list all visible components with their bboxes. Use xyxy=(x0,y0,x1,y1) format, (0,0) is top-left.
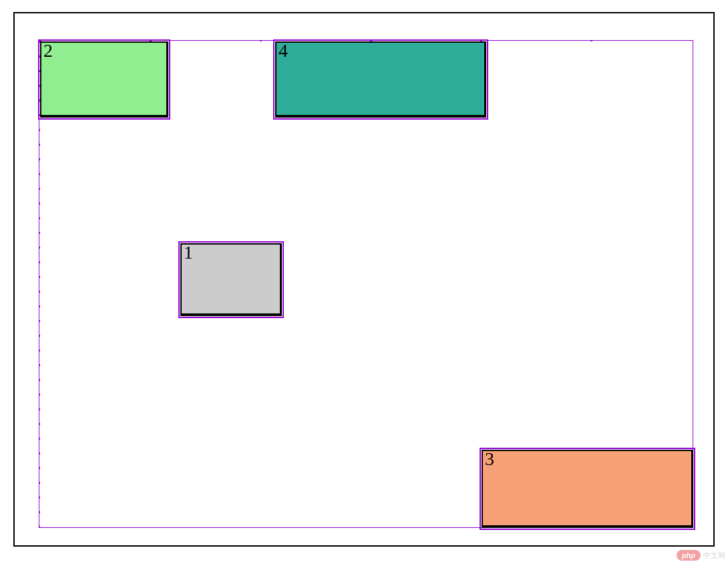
box-1: 1 xyxy=(180,243,282,316)
grid-cell-2: 2 xyxy=(38,39,170,120)
outer-frame: 2 4 1 3 xyxy=(13,12,715,547)
box-4-label: 4 xyxy=(279,40,288,61)
box-1-label: 1 xyxy=(184,242,193,263)
box-4: 4 xyxy=(275,41,486,118)
watermark-badge: php xyxy=(677,550,701,561)
watermark-text: 中文网 xyxy=(703,551,725,561)
grid-cell-1: 1 xyxy=(178,241,284,318)
watermark: php 中文网 xyxy=(677,550,725,561)
box-2-label: 2 xyxy=(43,40,53,61)
grid-cell-3: 3 xyxy=(480,448,695,530)
box-3-label: 3 xyxy=(485,448,494,470)
grid-container: 2 4 1 3 xyxy=(39,40,693,528)
grid-cell-4: 4 xyxy=(273,39,488,120)
box-3: 3 xyxy=(482,450,693,528)
box-2: 2 xyxy=(40,41,168,118)
